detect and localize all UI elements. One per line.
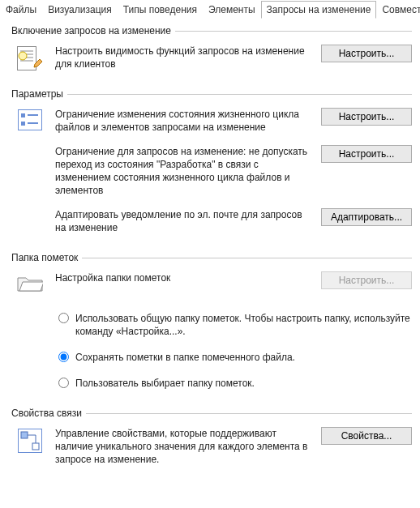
lightbulb-note-icon [17,46,43,70]
markup-folder-radio-group: Использовать общую папку пометок. Чтобы … [55,312,412,390]
link-diagram-icon [18,429,42,453]
row-markup-folder-heading-text: Настройка папки пометок [55,271,315,284]
row-dev-transition-text: Ограничение для запросов на изменение: н… [55,145,315,197]
group-markup-folder-legend: Папка пометок [11,252,82,263]
row-link-properties-text: Управление свойствами, которые поддержив… [55,427,315,466]
radio-file-label: Сохранять пометки в папке помеченного фа… [75,351,295,364]
svg-rect-13 [32,443,39,450]
tab-behavior-types[interactable]: Типы поведения [118,1,203,19]
adapt-email-button[interactable]: Адаптировать... [321,208,412,226]
group-parameters-legend: Параметры [11,88,67,100]
configure-dev-transition-button[interactable]: Настроить... [321,145,412,163]
tab-content: Включение запросов на изменение Настроит… [0,19,420,476]
link-properties-button[interactable]: Свойства... [321,427,412,445]
radio-file-input[interactable] [58,352,69,362]
row-link-properties: Управление свойствами, которые поддержив… [11,427,412,466]
row-markup-folder-heading: Настройка папки пометок Настроить... [11,271,412,292]
svg-rect-8 [21,122,25,126]
tab-files[interactable]: Файлы [0,1,42,19]
svg-rect-7 [21,113,25,117]
group-enable-change-requests: Включение запросов на изменение Настроит… [11,25,412,70]
radio-shared-input[interactable] [58,313,69,323]
group-link-properties-legend: Свойства связи [11,408,86,419]
row-email-adapt-text: Адаптировать уведомление по эл. почте дл… [55,208,315,234]
configure-lifecycle-button[interactable]: Настроить... [321,108,412,126]
svg-rect-6 [19,110,42,130]
folder-icon [17,273,43,292]
radio-user-input[interactable] [58,378,69,388]
tab-compat[interactable]: Совмест [376,1,420,19]
row-email-adapt: Адаптировать уведомление по эл. почте дл… [11,208,412,234]
radio-option-user[interactable]: Пользователь выбирает папку пометок. [58,377,412,390]
tab-change-requests[interactable]: Запросы на изменение [261,1,377,19]
row-lifecycle-limit-text: Ограничение изменения состояния жизненно… [55,108,315,134]
row-visibility: Настроить видимость функций запросов на … [11,45,412,70]
configure-visibility-button[interactable]: Настроить... [321,45,412,62]
group-enable-legend: Включение запросов на изменение [11,25,175,36]
configure-markup-folder-button[interactable]: Настроить... [321,271,412,289]
row-lifecycle-limit: Ограничение изменения состояния жизненно… [11,108,412,134]
radio-user-label: Пользователь выбирает папку пометок. [75,377,255,390]
options-list-icon [18,109,42,130]
group-link-properties: Свойства связи Управление свойствами, ко… [11,408,412,466]
row-markup-folder-options: Использовать общую папку пометок. Чтобы … [11,304,412,390]
tab-visualization[interactable]: Визуализация [42,1,118,19]
tab-strip: Файлы Визуализация Типы поведения Элемен… [0,0,420,19]
svg-point-5 [19,52,27,60]
tab-elements[interactable]: Элементы [203,1,261,19]
group-markup-folder: Папка пометок Настройка папки пометок На… [11,252,412,390]
radio-option-file[interactable]: Сохранять пометки в папке помеченного фа… [58,351,412,364]
radio-shared-label: Использовать общую папку пометок. Чтобы … [75,312,412,338]
radio-option-shared[interactable]: Использовать общую папку пометок. Чтобы … [58,312,412,338]
svg-rect-12 [21,432,28,438]
row-visibility-text: Настроить видимость функций запросов на … [55,45,315,70]
row-dev-transition-limit: Ограничение для запросов на изменение: н… [11,145,412,197]
group-parameters: Параметры Ограничение изменения состояни… [11,88,412,234]
